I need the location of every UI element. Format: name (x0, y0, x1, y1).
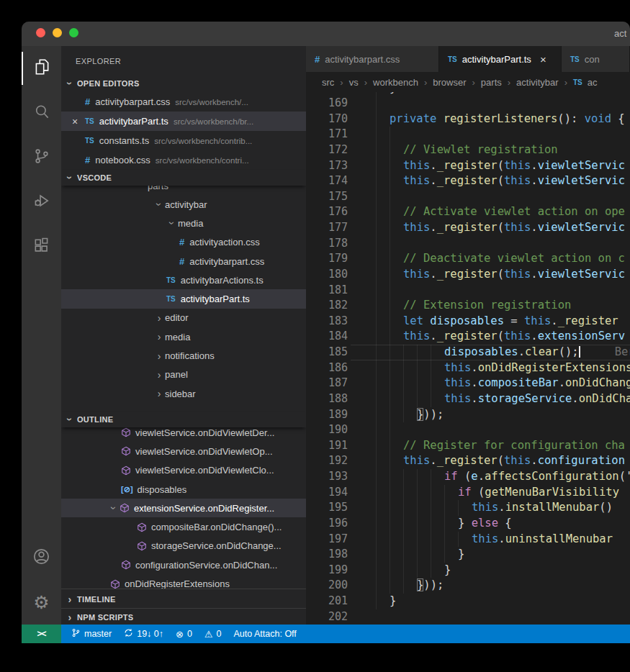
explorer-activity-button[interactable] (22, 46, 61, 91)
indent-guides (376, 532, 472, 548)
code-line[interactable]: 176// Activate viewlet action on ope (306, 204, 630, 220)
code-line[interactable]: 194if (getMenuBarVisibility (306, 485, 630, 501)
accounts-button[interactable] (22, 535, 61, 580)
code-line[interactable]: 181 (306, 283, 630, 299)
code-line[interactable]: 197this.uninstallMenubar (306, 532, 630, 548)
code-line[interactable]: 189})); (306, 407, 630, 423)
breadcrumb-item[interactable]: parts (481, 77, 502, 88)
breadcrumb-item[interactable]: TSac (573, 77, 598, 88)
tree-row-activitybarpart-css[interactable]: #activitybarpart.css (61, 252, 306, 271)
status-errors-count[interactable]: ⊗0 (176, 629, 192, 639)
source-control-activity-button[interactable] (22, 135, 61, 180)
close-tab-icon[interactable]: × (540, 53, 546, 65)
search-activity-button[interactable] (22, 91, 61, 135)
breadcrumb-item[interactable]: workbench (373, 77, 418, 88)
minimize-window-button[interactable] (53, 28, 62, 37)
tree-row-editor[interactable]: ›editor (61, 309, 306, 327)
tree-row-sidebar[interactable]: ›sidebar (61, 384, 306, 403)
outline-row[interactable]: viewletService.onDidViewletOp... (61, 442, 306, 460)
tree-item-label: media (165, 332, 190, 342)
line-number: 186 (306, 360, 348, 376)
code-line[interactable]: 186this.onDidRegisterExtensions (306, 360, 630, 376)
run-debug-activity-button[interactable] (22, 180, 61, 224)
timeline-section-header[interactable]: › TIMELINE (61, 589, 306, 609)
code-line[interactable]: 175 (306, 189, 630, 205)
editor-tab-con[interactable]: TScon (562, 46, 630, 72)
tree-row-notifications[interactable]: ›notifications (61, 346, 306, 365)
breadcrumb-item[interactable]: src (322, 77, 334, 88)
code-line[interactable]: 193if (e.affectsConfiguration('w (306, 469, 630, 485)
code-line[interactable]: 177this._register(this.viewletServic (306, 220, 630, 236)
close-editor-icon[interactable]: × (72, 116, 85, 127)
open-editor-row[interactable]: TSconstants.tssrc/vs/workbench/contrib..… (61, 131, 306, 150)
editor-tab-activitybarpart-css[interactable]: #activitybarpart.css (306, 46, 439, 72)
code-line[interactable]: 182// Extension registration (306, 298, 630, 314)
outline-row[interactable]: ›extensionService.onDidRegister... (61, 499, 306, 517)
status-sync-changes[interactable]: 19↓ 0↑ (124, 628, 163, 640)
editor-tab-activitybarpart-ts[interactable]: TSactivitybarPart.ts× (439, 46, 562, 72)
tree-row-panel[interactable]: ›panel (61, 365, 306, 384)
code-token: )); (423, 578, 444, 591)
remote-indicator[interactable]: >< (22, 625, 61, 643)
code-line[interactable]: 202 (306, 609, 630, 625)
code-line[interactable]: 201} (306, 594, 630, 609)
vscode-section-header[interactable]: › VSCODE (61, 170, 306, 186)
code-line[interactable]: 195this.installMenubar() (306, 500, 630, 516)
status-auto-attach-toggle[interactable]: Auto Attach: Off (234, 629, 297, 639)
code-line[interactable]: 180this._register(this.viewletServic (306, 267, 630, 283)
code-line[interactable]: 196} else { (306, 516, 630, 532)
code-line[interactable]: 173this._register(this.viewletServic (306, 158, 630, 174)
npm-scripts-section-header[interactable]: › NPM SCRIPTS (61, 608, 306, 625)
code-line[interactable]: 183let disposables = this._register (306, 314, 630, 330)
code-text: } (444, 563, 451, 578)
code-line[interactable]: 172// Viewlet registration (306, 142, 630, 158)
tree-row-media[interactable]: ›media (61, 214, 306, 232)
code-line[interactable]: 188this.storageService.onDidChan (306, 391, 630, 407)
code-line[interactable]: 200})); (306, 578, 630, 594)
code-line[interactable]: 192this._register(this.configuration (306, 453, 630, 469)
chevron-down-icon: › (65, 78, 75, 89)
close-window-button[interactable] (36, 28, 45, 37)
code-line[interactable]: 191// Register for configuration cha (306, 438, 630, 454)
code-token: (); (559, 345, 579, 358)
extensions-activity-button[interactable] (22, 224, 61, 269)
code-editor[interactable]: 168}169170private registerListeners(): v… (306, 92, 630, 625)
outline-row[interactable]: viewletService.onDidViewletClo... (61, 461, 306, 480)
outline-row[interactable]: compositeBar.onDidChange()... (61, 517, 306, 536)
open-editor-row[interactable]: #notebook.csssrc/vs/workbench/contri... (61, 150, 306, 170)
code-line[interactable]: 174this._register(this.viewletServic (306, 173, 630, 189)
outline-row[interactable]: storageService.onDidChange... (61, 537, 306, 555)
tree-row-activitybarpart-ts[interactable]: TSactivitybarPart.ts (61, 289, 306, 308)
code-line[interactable]: 199} (306, 563, 630, 578)
tree-row-activityaction-css[interactable]: #activityaction.css (61, 233, 306, 252)
status-scm-branch[interactable]: master (71, 628, 112, 640)
code-line[interactable]: 184this._register(this.extensionServ (306, 329, 630, 345)
outline-section-header[interactable]: › OUTLINE (61, 412, 306, 427)
tree-row-activitybar[interactable]: ›activitybar (61, 195, 306, 214)
code-line[interactable]: 171 (306, 127, 630, 142)
open-editor-row[interactable]: #activitybarpart.csssrc/vs/workbench/... (61, 92, 306, 112)
zoom-window-button[interactable] (69, 28, 78, 37)
code-line[interactable]: 170private registerListeners(): void { (306, 112, 630, 127)
breadcrumb-item[interactable]: activitybar (516, 77, 559, 88)
settings-button[interactable]: ⚙ (22, 580, 61, 625)
code-line[interactable]: 198} (306, 547, 630, 563)
code-line[interactable]: 190 (306, 422, 630, 438)
open-editor-row[interactable]: ×TSactivitybarPart.tssrc/vs/workbench/br… (61, 112, 306, 131)
outline-row[interactable]: onDidRegisterExtensions (61, 574, 306, 589)
tree-row-clipped[interactable]: parts (61, 186, 306, 195)
code-text: // Activate viewlet action on ope (403, 204, 625, 220)
outline-row[interactable]: configurationService.onDidChan... (61, 555, 306, 574)
code-line[interactable]: 179// Deactivate viewlet action on c (306, 251, 630, 267)
code-line[interactable]: 185disposables.clear();Ber (306, 345, 630, 360)
outline-row[interactable]: [⊘]disposables (61, 480, 306, 499)
code-line[interactable]: 187this.compositeBar.onDidChange (306, 376, 630, 391)
breadcrumb-item[interactable]: browser (433, 77, 466, 88)
open-editors-header[interactable]: › OPEN EDITORS (61, 76, 306, 91)
status-warnings-count[interactable]: ⚠0 (204, 629, 222, 639)
code-line[interactable]: 178 (306, 236, 630, 252)
code-line[interactable]: 169 (306, 96, 630, 112)
tree-row-activitybaractions-ts[interactable]: TSactivitybarActions.ts (61, 271, 306, 289)
breadcrumb-item[interactable]: vs (349, 77, 359, 88)
tree-row-media[interactable]: ›media (61, 327, 306, 346)
